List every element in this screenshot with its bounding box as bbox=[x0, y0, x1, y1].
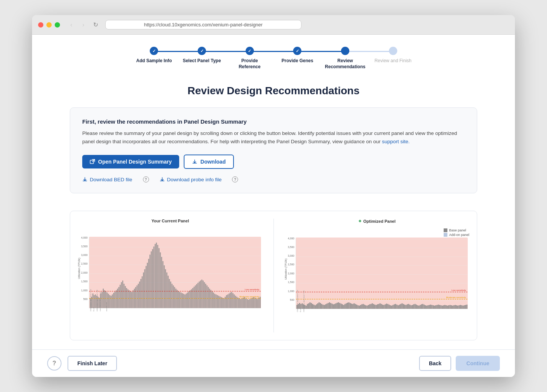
svg-rect-288 bbox=[435, 305, 436, 309]
svg-rect-102 bbox=[196, 284, 197, 308]
svg-rect-110 bbox=[207, 285, 208, 308]
svg-rect-303 bbox=[455, 305, 456, 309]
svg-rect-115 bbox=[213, 292, 214, 308]
svg-rect-190 bbox=[308, 303, 309, 309]
svg-rect-281 bbox=[426, 306, 427, 309]
svg-rect-212 bbox=[336, 303, 338, 309]
bottom-right: Back Continue bbox=[419, 356, 500, 371]
svg-rect-109 bbox=[205, 284, 206, 308]
forward-nav-button[interactable]: › bbox=[78, 20, 89, 30]
svg-rect-234 bbox=[365, 305, 366, 309]
svg-rect-216 bbox=[342, 304, 343, 309]
svg-rect-107 bbox=[203, 280, 204, 308]
svg-rect-53 bbox=[133, 290, 134, 308]
step-2[interactable]: ✓ Select Panel Type bbox=[178, 47, 226, 64]
svg-rect-297 bbox=[447, 306, 448, 309]
svg-rect-66 bbox=[149, 255, 151, 308]
download-button[interactable]: Download bbox=[184, 155, 234, 169]
back-nav-button[interactable]: ‹ bbox=[66, 20, 77, 30]
svg-rect-129 bbox=[231, 292, 232, 308]
svg-rect-50 bbox=[129, 290, 130, 308]
svg-rect-39 bbox=[114, 292, 115, 308]
download-probe-icon bbox=[160, 177, 165, 182]
minimize-button[interactable] bbox=[46, 22, 52, 28]
svg-text:2,500: 2,500 bbox=[287, 263, 294, 266]
svg-rect-89 bbox=[179, 292, 180, 308]
stepper-container: ✓ Add Sample Info ✓ Select Panel Type bbox=[32, 35, 515, 79]
step-3-circle: ✓ bbox=[246, 47, 254, 55]
svg-rect-47 bbox=[125, 286, 126, 308]
svg-rect-189 bbox=[307, 304, 308, 309]
svg-rect-286 bbox=[433, 305, 434, 309]
step-1[interactable]: ✓ Add Sample Info bbox=[130, 47, 178, 64]
svg-rect-246 bbox=[381, 304, 382, 309]
svg-rect-239 bbox=[372, 303, 373, 309]
svg-rect-135 bbox=[239, 299, 240, 308]
svg-rect-73 bbox=[158, 248, 160, 308]
svg-rect-220 bbox=[347, 303, 348, 309]
finish-later-button[interactable]: Finish Later bbox=[68, 356, 117, 371]
svg-rect-307 bbox=[460, 305, 461, 309]
step-3[interactable]: ✓ ProvideReference bbox=[226, 47, 274, 70]
svg-rect-105 bbox=[200, 280, 201, 308]
download-bed-link[interactable]: Download BED file bbox=[82, 177, 132, 182]
svg-text:Utilization (TP10k): Utilization (TP10k) bbox=[78, 258, 81, 279]
svg-rect-247 bbox=[382, 305, 383, 309]
open-summary-button[interactable]: Open Panel Design Summary bbox=[82, 155, 179, 168]
stepper: ✓ Add Sample Info ✓ Select Panel Type bbox=[130, 47, 417, 70]
svg-rect-217 bbox=[343, 305, 344, 309]
svg-rect-149 bbox=[257, 299, 258, 308]
probe-help-icon[interactable]: ? bbox=[232, 176, 238, 182]
svg-rect-266 bbox=[407, 304, 408, 309]
svg-rect-114 bbox=[212, 291, 213, 308]
address-bar[interactable]: https://cloud.10xgenomics.com/xenium-pan… bbox=[105, 20, 301, 29]
svg-rect-201 bbox=[322, 305, 323, 309]
svg-rect-275 bbox=[418, 306, 419, 309]
svg-rect-227 bbox=[356, 305, 357, 309]
svg-rect-84 bbox=[173, 285, 174, 308]
step-6[interactable]: Review and Finish bbox=[369, 47, 417, 64]
current-panel-title: Your Current Panel bbox=[76, 219, 264, 223]
svg-rect-49 bbox=[128, 289, 129, 308]
svg-rect-140 bbox=[246, 299, 247, 308]
close-button[interactable] bbox=[38, 22, 43, 28]
svg-rect-274 bbox=[417, 305, 418, 309]
step-1-label: Add Sample Info bbox=[136, 58, 172, 64]
svg-rect-278 bbox=[422, 304, 423, 309]
maximize-button[interactable] bbox=[55, 22, 60, 28]
svg-rect-310 bbox=[464, 305, 465, 309]
svg-rect-243 bbox=[377, 304, 378, 309]
svg-rect-148 bbox=[256, 299, 257, 308]
refresh-button[interactable]: ↻ bbox=[90, 20, 101, 30]
svg-rect-306 bbox=[458, 305, 459, 309]
svg-rect-206 bbox=[329, 302, 330, 309]
step-1-circle: ✓ bbox=[150, 47, 158, 55]
back-button[interactable]: Back bbox=[419, 356, 451, 371]
svg-rect-272 bbox=[414, 304, 415, 309]
step-4[interactable]: ✓ Provide Genes bbox=[274, 47, 321, 64]
support-link[interactable]: support site. bbox=[382, 139, 410, 144]
svg-rect-273 bbox=[416, 305, 417, 309]
download-probe-link[interactable]: Download probe info file bbox=[160, 177, 222, 182]
continue-button[interactable]: Continue bbox=[456, 356, 500, 371]
svg-rect-254 bbox=[391, 306, 392, 309]
svg-rect-238 bbox=[370, 304, 372, 309]
svg-rect-226 bbox=[355, 304, 356, 309]
step-5[interactable]: ReviewRecommendations bbox=[321, 47, 369, 70]
svg-rect-77 bbox=[164, 265, 165, 308]
help-button[interactable]: ? bbox=[47, 356, 61, 371]
svg-rect-236 bbox=[368, 305, 369, 309]
svg-rect-312 bbox=[466, 305, 467, 309]
svg-rect-241 bbox=[374, 305, 375, 309]
svg-rect-36 bbox=[111, 296, 112, 308]
svg-text:2,000: 2,000 bbox=[287, 272, 294, 275]
svg-rect-231 bbox=[361, 304, 362, 309]
svg-rect-280 bbox=[425, 305, 426, 309]
svg-text:Utilization (TP10k): Utilization (TP10k) bbox=[284, 259, 287, 280]
svg-rect-58 bbox=[139, 282, 140, 308]
bed-help-icon[interactable]: ? bbox=[143, 176, 149, 182]
svg-rect-259 bbox=[398, 305, 399, 309]
svg-rect-276 bbox=[419, 305, 421, 309]
svg-rect-262 bbox=[401, 303, 403, 309]
svg-text:3,000: 3,000 bbox=[287, 254, 294, 257]
